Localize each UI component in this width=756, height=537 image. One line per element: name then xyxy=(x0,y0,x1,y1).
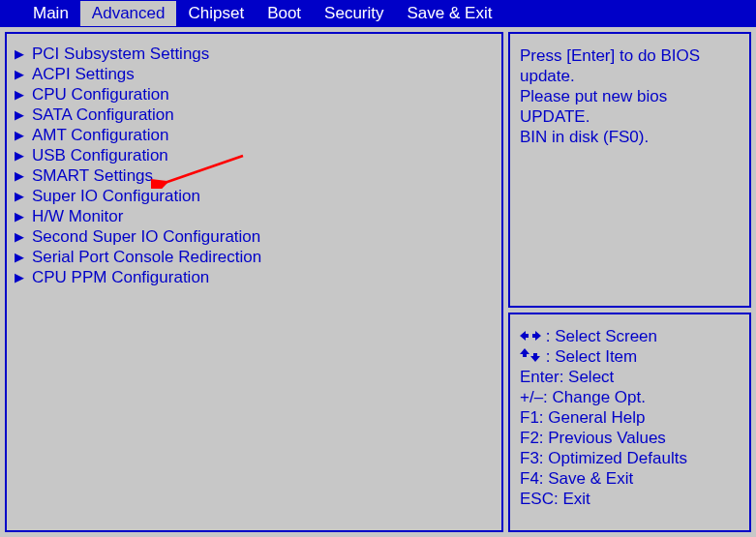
left-right-arrow-icon xyxy=(520,326,541,346)
menu-item-acpi-settings[interactable]: ▶ ACPI Settings xyxy=(15,64,494,84)
menu-item-pci-subsystem-settings[interactable]: ▶ PCI Subsystem Settings xyxy=(15,44,494,64)
tab-main[interactable]: Main xyxy=(21,1,80,26)
menu-item-label: Super IO Configuration xyxy=(32,186,200,206)
key-legend-label: : Select Screen xyxy=(546,327,657,345)
key-legend-f3: F3: Optimized Defaults xyxy=(520,448,740,468)
submenu-arrow-icon: ▶ xyxy=(15,226,26,247)
submenu-arrow-icon: ▶ xyxy=(15,186,26,206)
up-down-arrow-icon xyxy=(520,346,541,367)
key-legend-f2: F2: Previous Values xyxy=(520,428,740,448)
menu-item-serial-port-console-redirection[interactable]: ▶ Serial Port Console Redirection xyxy=(15,247,494,267)
submenu-arrow-icon: ▶ xyxy=(15,64,26,84)
right-column: Press [Enter] to do BIOS update. Please … xyxy=(508,32,751,532)
help-text-line: Please put new bios UPDATE. xyxy=(520,86,740,127)
submenu-arrow-icon: ▶ xyxy=(15,125,26,145)
submenu-arrow-icon: ▶ xyxy=(15,84,26,104)
tab-save-exit[interactable]: Save & Exit xyxy=(396,1,504,26)
submenu-list-panel: ▶ PCI Subsystem Settings ▶ ACPI Settings… xyxy=(5,32,503,532)
menu-item-smart-settings[interactable]: ▶ SMART Settings xyxy=(15,165,494,186)
submenu-arrow-icon: ▶ xyxy=(15,267,26,287)
key-legend-label: : Select Item xyxy=(546,347,637,366)
menu-item-label: USB Configuration xyxy=(32,145,168,165)
key-legend-esc: ESC: Exit xyxy=(520,489,740,509)
menu-item-label: Second Super IO Configuration xyxy=(32,226,260,247)
menu-item-label: CPU Configuration xyxy=(32,84,169,104)
menu-item-cpu-ppm-configuration[interactable]: ▶ CPU PPM Configuration xyxy=(15,267,494,287)
help-panel: Press [Enter] to do BIOS update. Please … xyxy=(508,32,751,308)
help-text-line: Press [Enter] to do BIOS xyxy=(520,45,740,66)
main-area: ▶ PCI Subsystem Settings ▶ ACPI Settings… xyxy=(0,27,756,537)
tab-advanced[interactable]: Advanced xyxy=(80,1,177,26)
menu-item-cpu-configuration[interactable]: ▶ CPU Configuration xyxy=(15,84,494,104)
submenu-arrow-icon: ▶ xyxy=(15,165,26,186)
menu-item-label: SMART Settings xyxy=(32,165,153,186)
menu-item-second-super-io-configuration[interactable]: ▶ Second Super IO Configuration xyxy=(15,226,494,247)
submenu-arrow-icon: ▶ xyxy=(15,145,26,165)
key-legend-select-screen: : Select Screen xyxy=(520,326,740,346)
menu-item-label: PCI Subsystem Settings xyxy=(32,44,209,64)
tab-boot[interactable]: Boot xyxy=(256,1,313,26)
menu-item-usb-configuration[interactable]: ▶ USB Configuration xyxy=(15,145,494,165)
submenu-arrow-icon: ▶ xyxy=(15,247,26,267)
key-legend-enter: Enter: Select xyxy=(520,367,740,387)
tab-chipset[interactable]: Chipset xyxy=(176,1,256,26)
menu-item-label: H/W Monitor xyxy=(32,206,123,226)
menu-item-label: SATA Configuration xyxy=(32,104,174,125)
tab-security[interactable]: Security xyxy=(313,1,395,26)
menu-tab-bar: Main Advanced Chipset Boot Security Save… xyxy=(0,0,756,27)
key-legend-f4: F4: Save & Exit xyxy=(520,468,740,489)
menu-item-label: ACPI Settings xyxy=(32,64,135,84)
menu-item-label: CPU PPM Configuration xyxy=(32,267,209,287)
key-legend-f1: F1: General Help xyxy=(520,407,740,428)
menu-item-sata-configuration[interactable]: ▶ SATA Configuration xyxy=(15,104,494,125)
submenu-arrow-icon: ▶ xyxy=(15,44,26,64)
menu-item-super-io-configuration[interactable]: ▶ Super IO Configuration xyxy=(15,186,494,206)
menu-item-hw-monitor[interactable]: ▶ H/W Monitor xyxy=(15,206,494,226)
submenu-arrow-icon: ▶ xyxy=(15,104,26,125)
key-legend-panel: : Select Screen : Select Item Enter: Sel… xyxy=(508,313,751,532)
key-legend-change-opt: +/–: Change Opt. xyxy=(520,387,740,407)
submenu-arrow-icon: ▶ xyxy=(15,206,26,226)
help-text-line: BIN in disk (FS0). xyxy=(520,127,740,147)
menu-item-label: AMT Configuration xyxy=(32,125,168,145)
help-text-line: update. xyxy=(520,66,740,86)
menu-item-amt-configuration[interactable]: ▶ AMT Configuration xyxy=(15,125,494,145)
key-legend-select-item: : Select Item xyxy=(520,346,740,367)
menu-item-label: Serial Port Console Redirection xyxy=(32,247,261,267)
